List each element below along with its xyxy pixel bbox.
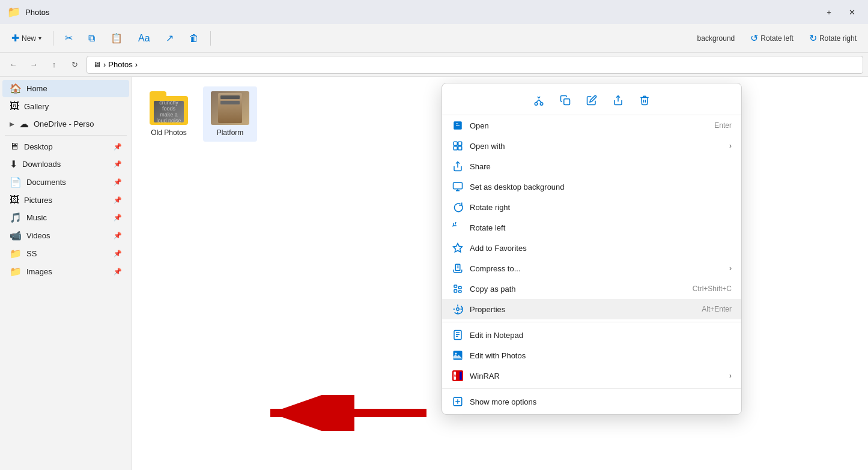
sidebar-item-videos[interactable]: 📹 Videos 📌 <box>2 227 129 244</box>
ctx-item-add-favorites[interactable]: Add to Favorites <box>442 238 741 258</box>
ctx-open-with-icon <box>452 140 464 152</box>
sidebar-item-downloads[interactable]: ⬇ Downloads 📌 <box>2 155 129 173</box>
ctx-item-open-with[interactable]: Open with › <box>442 136 741 156</box>
back-button[interactable]: ← <box>5 56 22 73</box>
share-icon: ↗ <box>166 32 174 44</box>
address-path[interactable]: 🖥 › Photos › <box>86 56 863 74</box>
ctx-item-open[interactable]: Open Enter <box>442 115 741 136</box>
home-icon: 🏠 <box>10 83 22 94</box>
ctx-edit-notepad-label: Edit in Notepad <box>470 331 732 340</box>
sidebar-item-music[interactable]: 🎵 Music 📌 <box>2 209 129 226</box>
file-item-old-photos[interactable]: crunchy foods make a loud noise Old Phot… <box>142 86 196 142</box>
pin-icon-images: 📌 <box>114 268 122 276</box>
folder-body: crunchy foods make a loud noise <box>150 96 188 125</box>
svg-rect-14 <box>454 290 457 293</box>
copy-icon: ⧉ <box>88 33 95 44</box>
ctx-item-show-more[interactable]: Show more options <box>442 391 741 412</box>
folder-thumbnail: crunchy foods make a loud noise <box>154 101 184 122</box>
delete-button[interactable]: 🗑 <box>183 30 205 47</box>
documents-icon: 📄 <box>10 176 22 188</box>
svg-rect-15 <box>459 286 462 289</box>
ctx-edit-photos-icon <box>452 349 464 361</box>
ctx-favorites-icon <box>452 242 464 254</box>
ctx-item-winrar[interactable]: W WinRAR › <box>442 366 741 386</box>
svg-rect-8 <box>458 146 462 150</box>
downloads-icon: ⬇ <box>10 158 17 170</box>
svg-point-0 <box>535 103 538 106</box>
ctx-compress-arrow: › <box>729 264 732 273</box>
sidebar-item-documents-label: Documents <box>26 178 66 187</box>
ctx-separator-1 <box>442 322 741 322</box>
svg-rect-5 <box>454 142 457 145</box>
bg-button[interactable]: background <box>691 31 742 46</box>
ctx-item-set-bg[interactable]: Set as desktop background <box>442 176 741 197</box>
new-icon: ✚ <box>11 32 19 44</box>
sidebar-item-home[interactable]: 🏠 Home <box>2 80 129 97</box>
sidebar-item-gallery[interactable]: 🖼 Gallery <box>2 98 129 115</box>
ctx-item-copy-path[interactable]: Copy as path Ctrl+Shift+C <box>442 279 741 299</box>
svg-point-20 <box>455 353 457 355</box>
ctx-properties-label: Properties <box>470 305 696 314</box>
ctx-item-edit-photos[interactable]: Edit with Photos <box>442 345 741 366</box>
ctx-item-properties[interactable]: Properties Alt+Enter <box>442 299 741 319</box>
ctx-favorites-label: Add to Favorites <box>470 244 732 253</box>
ctx-copy-button[interactable] <box>554 89 576 111</box>
path-computer-icon: 🖥 <box>93 60 101 69</box>
toolbar: ✚ New ▾ ✂ ⧉ 📋 Aa ↗ 🗑 background ↺ Rotate… <box>0 24 868 53</box>
close-button[interactable]: ✕ <box>843 3 861 21</box>
sidebar-item-images-label: Images <box>26 267 52 276</box>
ctx-copy-path-shortcut: Ctrl+Shift+C <box>693 285 732 293</box>
cut-icon: ✂ <box>65 32 73 44</box>
images-icon: 📁 <box>10 266 22 277</box>
rotate-right-button[interactable]: ↻ Rotate right <box>803 29 863 47</box>
ctx-compress-label: Compress to... <box>470 264 723 273</box>
forward-button[interactable]: → <box>25 56 42 73</box>
title-bar: 📁 Photos + ✕ <box>0 0 868 24</box>
ctx-open-label: Open <box>470 121 708 130</box>
sidebar-item-desktop[interactable]: 🖥 Desktop 📌 <box>2 138 129 155</box>
rotate-left-button[interactable]: ↺ Rotate left <box>744 29 800 47</box>
rotate-left-label: Rotate left <box>760 34 794 43</box>
add-tab-button[interactable]: + <box>820 3 838 21</box>
sidebar-item-documents[interactable]: 📄 Documents 📌 <box>2 173 129 191</box>
rotate-left-icon: ↺ <box>750 32 758 44</box>
context-menu: Open Enter Open with › Share <box>442 83 742 415</box>
up-button[interactable]: ↑ <box>46 56 62 73</box>
refresh-button[interactable]: ↻ <box>66 56 83 73</box>
context-menu-icon-row <box>442 86 741 115</box>
ctx-rename-button[interactable] <box>581 89 602 111</box>
sidebar-item-images[interactable]: 📁 Images 📌 <box>2 263 129 280</box>
paste-button[interactable]: 📋 <box>104 29 129 47</box>
ctx-rotate-left-label: Rotate left <box>470 223 732 232</box>
ctx-item-rotate-right[interactable]: Rotate right <box>442 197 741 217</box>
sidebar-item-onedrive[interactable]: ▶ ☁ OneDrive - Perso <box>2 115 129 133</box>
toolbar-separator-2 <box>210 31 211 46</box>
sidebar-item-ss[interactable]: 📁 SS 📌 <box>2 245 129 262</box>
rename-button[interactable]: Aa <box>132 30 157 47</box>
ctx-winrar-arrow: › <box>729 372 732 380</box>
sidebar-item-downloads-label: Downloads <box>22 160 61 169</box>
cut-button[interactable]: ✂ <box>58 29 79 47</box>
ctx-item-compress[interactable]: Compress to... › <box>442 258 741 279</box>
share-button[interactable]: ↗ <box>159 29 180 47</box>
ctx-cut-button[interactable] <box>528 89 550 111</box>
svg-point-1 <box>540 103 543 106</box>
ctx-rotate-right-icon <box>452 201 464 213</box>
ctx-delete-button[interactable] <box>634 89 655 111</box>
svg-point-17 <box>457 308 460 311</box>
ss-icon: 📁 <box>10 248 22 259</box>
ctx-properties-shortcut: Alt+Enter <box>702 305 732 313</box>
music-icon: 🎵 <box>10 212 22 223</box>
pin-icon-downloads: 📌 <box>114 160 122 168</box>
ctx-share-button[interactable] <box>607 89 629 111</box>
ctx-item-rotate-left[interactable]: Rotate left <box>442 217 741 238</box>
ctx-rotate-right-label: Rotate right <box>470 203 732 212</box>
ctx-copy-path-icon <box>452 283 464 295</box>
new-button[interactable]: ✚ New ▾ <box>5 29 48 47</box>
sidebar-item-pictures[interactable]: 🖼 Pictures 📌 <box>2 191 129 208</box>
file-item-platform[interactable]: Platform <box>203 86 257 142</box>
sidebar-item-desktop-label: Desktop <box>24 142 53 151</box>
ctx-item-edit-notepad[interactable]: Edit in Notepad <box>442 325 741 345</box>
copy-button[interactable]: ⧉ <box>82 30 102 47</box>
ctx-item-share[interactable]: Share <box>442 156 741 176</box>
